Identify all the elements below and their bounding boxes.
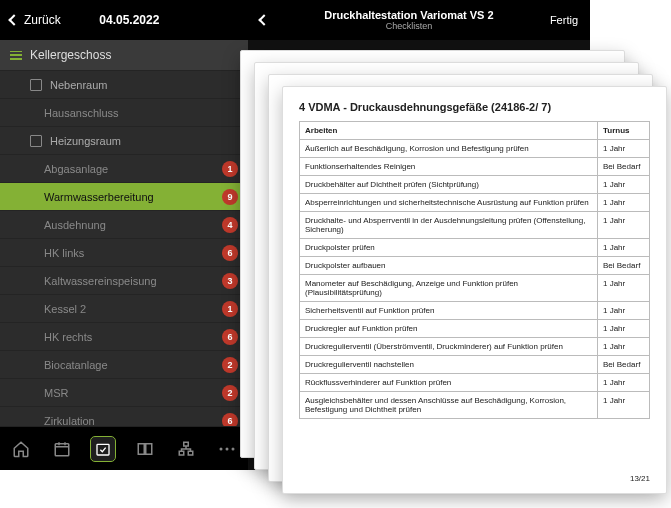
sidebar-item[interactable]: Zirkulation6	[0, 406, 248, 426]
book-icon[interactable]	[133, 437, 157, 461]
page-number: 13/21	[630, 474, 650, 483]
cell-work: Druckregulierventil (Überströmventil, Dr…	[300, 338, 598, 356]
sidebar-item[interactable]: Kaltwassereinspeisung3	[0, 266, 248, 294]
cell-work: Druckpolster aufbauen	[300, 257, 598, 275]
tabbar	[0, 426, 248, 470]
count-badge: 2	[222, 385, 238, 401]
table-row: Druckhalte- und Absperrventil in der Aus…	[300, 212, 650, 239]
sidebar-item[interactable]: Biocatanlage2	[0, 350, 248, 378]
cell-work: Druckregler auf Funktion prüfen	[300, 320, 598, 338]
sidebar-item-label: Zirkulation	[44, 415, 222, 427]
cell-turnus: 1 Jahr	[598, 275, 650, 302]
floor-row[interactable]: Kellergeschoss	[0, 40, 248, 70]
cell-turnus: Bei Bedarf	[598, 257, 650, 275]
cell-turnus: 1 Jahr	[598, 140, 650, 158]
cell-turnus: Bei Bedarf	[598, 158, 650, 176]
sidebar-item-label: HK links	[44, 247, 222, 259]
document-stack: 1.V 32.F2.V2.V2.d2.LR3.Is4.V4.V4. 4AÄFDA…	[240, 50, 658, 498]
table-row: Druckpolster prüfen1 Jahr	[300, 239, 650, 257]
cell-work: Druckregulierventil nachstellen	[300, 356, 598, 374]
detail-title: Druckhaltestation Variomat VS 2	[268, 9, 550, 22]
cell-turnus: 1 Jahr	[598, 374, 650, 392]
room-subitem[interactable]: Hausanschluss	[0, 98, 248, 126]
room-icon	[30, 135, 42, 147]
table-row: Sicherheitsventil auf Funktion prüfen1 J…	[300, 302, 650, 320]
count-badge: 9	[222, 189, 238, 205]
sidebar-item-label: Warmwasserbereitung	[44, 191, 222, 203]
back-button[interactable]: Zurück	[10, 13, 61, 27]
table-row: Ausgleichsbehälter und dessen Anschlüsse…	[300, 392, 650, 419]
sidebar-item[interactable]: Kessel 21	[0, 294, 248, 322]
sidebar-item-label: Kaltwassereinspeisung	[44, 275, 222, 287]
cell-turnus: Bei Bedarf	[598, 356, 650, 374]
table-row: Äußerlich auf Beschädigung, Korrosion un…	[300, 140, 650, 158]
floor-label: Kellergeschoss	[30, 48, 111, 62]
count-badge: 4	[222, 217, 238, 233]
table-row: Absperreinrichtungen und sicherheitstech…	[300, 194, 650, 212]
sheet-front: 4 VDMA - Druckausdehnungsgefäße (24186-2…	[282, 86, 667, 494]
right-header: Druckhaltestation Variomat VS 2 Checklis…	[248, 0, 590, 40]
tree: Nebenraum Hausanschluss Heizungsraum Abg…	[0, 70, 248, 426]
table-row: Manometer auf Beschädigung, Anzeige und …	[300, 275, 650, 302]
cell-turnus: 1 Jahr	[598, 338, 650, 356]
detail-subtitle: Checklisten	[268, 21, 550, 31]
cell-work: Absperreinrichtungen und sicherheitstech…	[300, 194, 598, 212]
sidebar-item[interactable]: HK rechts6	[0, 322, 248, 350]
col-turnus: Turnus	[598, 122, 650, 140]
sidebar-item[interactable]: Abgasanlage1	[0, 154, 248, 182]
checklist-icon[interactable]	[91, 437, 115, 461]
cell-turnus: 1 Jahr	[598, 392, 650, 419]
room-item[interactable]: Nebenraum	[0, 70, 248, 98]
table-row: Druckpolster aufbauenBei Bedarf	[300, 257, 650, 275]
menu-icon	[10, 51, 22, 60]
home-icon[interactable]	[9, 437, 33, 461]
svg-point-7	[232, 447, 235, 450]
cell-turnus: 1 Jahr	[598, 176, 650, 194]
table-row: Druckregler auf Funktion prüfen1 Jahr	[300, 320, 650, 338]
doc-heading: 4 VDMA - Druckausdehnungsgefäße (24186-2…	[299, 101, 650, 113]
count-badge: 3	[222, 273, 238, 289]
sidebar-item-label: Ausdehnung	[44, 219, 222, 231]
sidebar-item-label: Kessel 2	[44, 303, 222, 315]
sidebar-item[interactable]: HK links6	[0, 238, 248, 266]
done-button[interactable]: Fertig	[550, 14, 578, 26]
sidebar-item[interactable]: Warmwasserbereitung9	[0, 182, 248, 210]
table-row: Rückflussverhinderer auf Funktion prüfen…	[300, 374, 650, 392]
cell-work: Manometer auf Beschädigung, Anzeige und …	[300, 275, 598, 302]
cell-turnus: 1 Jahr	[598, 194, 650, 212]
calendar-icon[interactable]	[50, 437, 74, 461]
sidebar-item[interactable]: Ausdehnung4	[0, 210, 248, 238]
header-date: 04.05.2022	[61, 13, 198, 27]
cell-turnus: 1 Jahr	[598, 212, 650, 239]
svg-rect-0	[55, 443, 69, 455]
table-row: Druckregulierventil nachstellenBei Bedar…	[300, 356, 650, 374]
cell-work: Druckhalte- und Absperrventil in der Aus…	[300, 212, 598, 239]
svg-rect-2	[184, 442, 189, 446]
table-row: Druckregulierventil (Überströmventil, Dr…	[300, 338, 650, 356]
cell-work: Sicherheitsventil auf Funktion prüfen	[300, 302, 598, 320]
svg-point-5	[220, 447, 223, 450]
back-label: Zurück	[24, 13, 61, 27]
svg-rect-1	[97, 444, 109, 455]
org-icon[interactable]	[174, 437, 198, 461]
left-header: Zurück 04.05.2022	[0, 0, 248, 40]
table-row: Funktionserhaltendes ReinigenBei Bedarf	[300, 158, 650, 176]
cell-work: Funktionserhaltendes Reinigen	[300, 158, 598, 176]
cell-work: Rückflussverhinderer auf Funktion prüfen	[300, 374, 598, 392]
col-work: Arbeiten	[300, 122, 598, 140]
sidebar-item[interactable]: MSR2	[0, 378, 248, 406]
cell-work: Druckbehälter auf Dichtheit prüfen (Sich…	[300, 176, 598, 194]
sidebar-item-label: HK rechts	[44, 331, 222, 343]
sidebar: Zurück 04.05.2022 Kellergeschoss Nebenra…	[0, 0, 248, 470]
count-badge: 1	[222, 301, 238, 317]
cell-work: Ausgleichsbehälter und dessen Anschlüsse…	[300, 392, 598, 419]
cell-turnus: 1 Jahr	[598, 302, 650, 320]
svg-rect-4	[188, 451, 193, 455]
count-badge: 6	[222, 245, 238, 261]
table-row: Druckbehälter auf Dichtheit prüfen (Sich…	[300, 176, 650, 194]
more-icon[interactable]	[215, 437, 239, 461]
cell-work: Äußerlich auf Beschädigung, Korrosion un…	[300, 140, 598, 158]
sidebar-item-label: Abgasanlage	[44, 163, 222, 175]
chevron-left-icon	[8, 14, 19, 25]
room-item[interactable]: Heizungsraum	[0, 126, 248, 154]
